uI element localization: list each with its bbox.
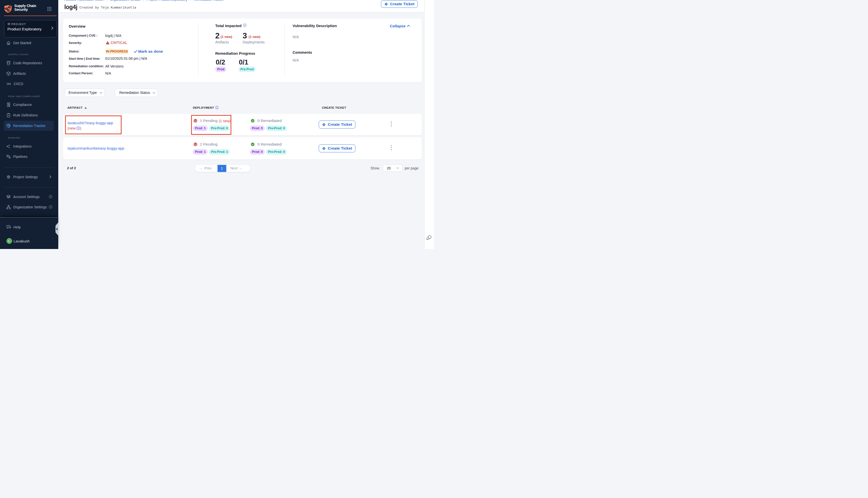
svg-text:?: ? bbox=[8, 225, 9, 228]
